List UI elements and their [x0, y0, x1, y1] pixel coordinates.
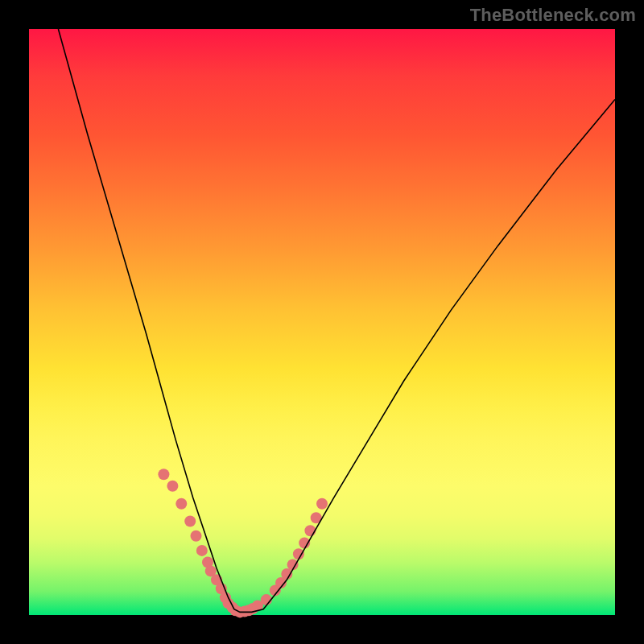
bottleneck-curve [58, 29, 615, 612]
marker-dot [184, 516, 196, 527]
marker-dot [158, 469, 169, 480]
marker-dot [196, 545, 208, 556]
chart-svg [29, 29, 615, 615]
marker-dot [167, 481, 178, 492]
marker-dot [316, 498, 328, 510]
marker-dot [191, 530, 202, 542]
watermark-label: TheBottleneck.com [470, 5, 636, 26]
marker-band [158, 469, 328, 617]
marker-dot [175, 498, 187, 510]
marker-dot [304, 525, 316, 536]
chart-container: TheBottleneck.com [0, 0, 644, 644]
